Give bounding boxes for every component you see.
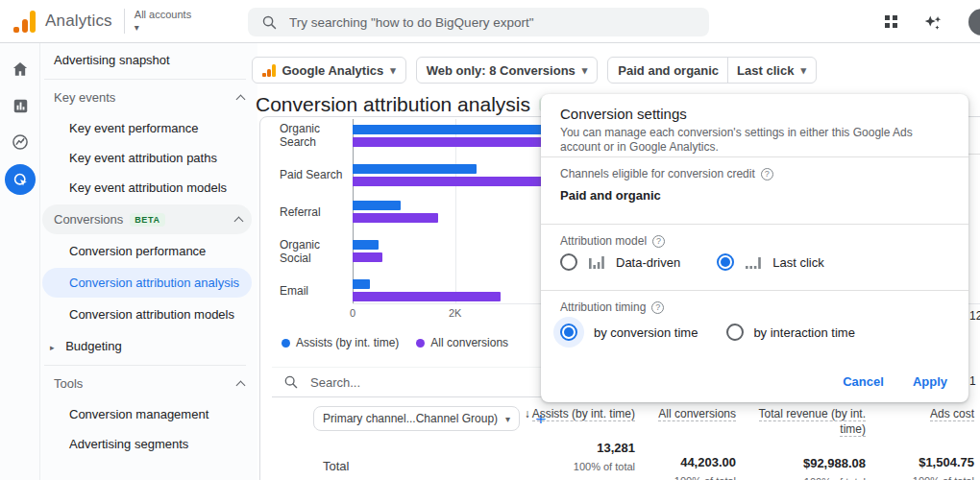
sidebar-item-advertising-snapshot[interactable]: Advertising snapshot	[40, 43, 257, 77]
sidebar-section-conversions[interactable]: Conversions BETA	[42, 204, 252, 234]
radio-halo	[553, 317, 584, 348]
dialog-actions: Cancel Apply	[843, 374, 947, 389]
bar[interactable]	[353, 201, 401, 210]
total-value: 13,281	[501, 441, 635, 455]
channels-value: Paid and organic	[560, 188, 661, 203]
chevron-up-icon	[234, 216, 244, 226]
column-header[interactable]: ↓Assists (by int. time)	[501, 406, 635, 421]
radio-by-conversion-time[interactable]	[560, 324, 577, 341]
cancel-button[interactable]: Cancel	[843, 374, 884, 389]
column-ads-cost: Ads cost $1,504.75 100% of total	[845, 406, 974, 461]
attribution-timing-label: Attribution timing ?	[560, 300, 664, 314]
advertising-icon[interactable]	[0, 160, 40, 199]
divider	[541, 224, 968, 225]
column-header[interactable]: Ads cost	[845, 406, 974, 421]
explore-icon[interactable]	[0, 124, 40, 160]
sidebar: Advertising snapshot Key events Key even…	[40, 43, 257, 480]
search-icon	[283, 374, 299, 390]
apply-button[interactable]: Apply	[913, 374, 947, 389]
sidebar-item-key-event-attribution-models[interactable]: Key event attribution models	[40, 173, 257, 203]
bar[interactable]	[353, 279, 370, 289]
divider	[541, 290, 968, 291]
sidebar-item-conversion-attribution-analysis[interactable]: Conversion attribution analysis	[42, 268, 252, 298]
global-search-input[interactable]	[289, 15, 693, 30]
sidebar-item-conversion-attribution-models[interactable]: Conversion attribution models	[40, 300, 257, 329]
table-search[interactable]	[272, 367, 544, 397]
bar[interactable]	[353, 240, 379, 250]
sidebar-item-key-event-performance[interactable]: Key event performance	[40, 113, 257, 143]
sidebar-item-key-event-attribution-paths[interactable]: Key event attribution paths	[40, 143, 257, 173]
by-interaction-time-label[interactable]: by interaction time	[753, 325, 855, 340]
divider	[541, 156, 968, 157]
search-icon	[261, 14, 278, 31]
analytics-logo-icon[interactable]	[13, 10, 36, 33]
by-conversion-time-label[interactable]: by conversion time	[594, 325, 698, 340]
help-icon[interactable]: ?	[652, 235, 665, 248]
radio-data-driven[interactable]	[560, 253, 577, 271]
column-header[interactable]: All conversions	[640, 406, 736, 421]
global-search[interactable]	[248, 8, 709, 36]
account-property-chip[interactable]: Google Analytics ▾	[252, 57, 406, 84]
chevron-down-icon: ▾	[582, 64, 588, 77]
apps-grid-icon[interactable]	[885, 15, 897, 28]
sparkle-icon[interactable]	[922, 12, 943, 33]
data-driven-label[interactable]: Data-driven	[616, 255, 680, 270]
divider	[727, 58, 728, 83]
sidebar-item-conversion-management[interactable]: Conversion management	[40, 399, 257, 429]
divider	[44, 79, 246, 80]
nav-rail	[0, 43, 40, 480]
analytics-mini-icon	[262, 64, 276, 77]
total-share: 100% of total	[845, 475, 974, 480]
help-icon[interactable]: ?	[651, 301, 664, 314]
bar[interactable]	[353, 177, 545, 186]
product-name: Analytics	[45, 12, 112, 31]
bar[interactable]	[353, 252, 382, 262]
sort-descending-icon: ↓	[525, 407, 530, 420]
top-bar: Analytics All accounts ▾	[0, 0, 980, 43]
bar[interactable]	[353, 125, 545, 134]
total-row-label: Total	[323, 459, 349, 473]
chart-category-label: Organic Search	[280, 122, 353, 149]
dialog-title: Conversion settings	[560, 106, 687, 122]
column-assists: ↓Assists (by int. time) 13,281 100% of t…	[501, 406, 635, 461]
bar[interactable]	[353, 292, 501, 301]
dimension-dropdown[interactable]: Primary channel...Channel Group) ▾	[313, 406, 520, 431]
legend-assists[interactable]: Assists (by int. time)	[282, 336, 399, 349]
chevron-up-icon	[236, 94, 246, 104]
conversions-scope-chip[interactable]: Web only: 8 Conversions ▾	[416, 57, 599, 84]
sidebar-item-advertising-segments[interactable]: Advertising segments	[40, 429, 257, 459]
radio-by-interaction-time[interactable]	[726, 324, 744, 341]
radio-last-click[interactable]	[717, 253, 734, 271]
account-switcher-label: All accounts	[135, 10, 191, 20]
chevron-down-icon: ▾	[135, 23, 139, 33]
avatar[interactable]	[968, 9, 980, 36]
channels-chip-label: Paid and organic	[618, 63, 719, 78]
bar[interactable]	[353, 137, 547, 147]
reports-icon[interactable]	[0, 87, 40, 124]
channels-model-chip[interactable]: Paid and organic Last click ▾	[607, 57, 817, 84]
chevron-up-icon	[236, 380, 246, 390]
x-tick-2k: 2K	[449, 307, 461, 319]
divider	[44, 365, 246, 366]
sidebar-section-tools[interactable]: Tools	[40, 368, 257, 399]
table-search-input[interactable]	[310, 375, 483, 390]
legend-all-conversions[interactable]: All conversions	[416, 336, 508, 349]
legend-dot-blue	[282, 339, 290, 348]
last-click-bars-icon	[746, 255, 761, 269]
channels-label: Channels eligible for conversion credit …	[560, 167, 773, 180]
home-icon[interactable]	[0, 51, 40, 87]
bar[interactable]	[353, 164, 477, 174]
account-switcher[interactable]: All accounts ▾	[135, 10, 191, 33]
sidebar-item-budgeting[interactable]: ▸ Budgeting	[40, 329, 257, 363]
legend-dot-purple	[416, 339, 425, 348]
total-share: 100% of total	[501, 461, 635, 472]
bar[interactable]	[353, 213, 438, 223]
data-driven-bars-icon	[589, 255, 604, 269]
chart-category-label: Referral	[280, 205, 353, 219]
help-icon[interactable]: ?	[761, 168, 773, 180]
sidebar-section-key-events[interactable]: Key events	[40, 82, 257, 113]
sidebar-item-conversion-performance[interactable]: Conversion performance	[40, 236, 257, 266]
filter-chips-row: Google Analytics ▾ Web only: 8 Conversio…	[252, 57, 817, 84]
last-click-label[interactable]: Last click	[772, 255, 823, 270]
total-value: 44,203.00	[640, 455, 736, 469]
